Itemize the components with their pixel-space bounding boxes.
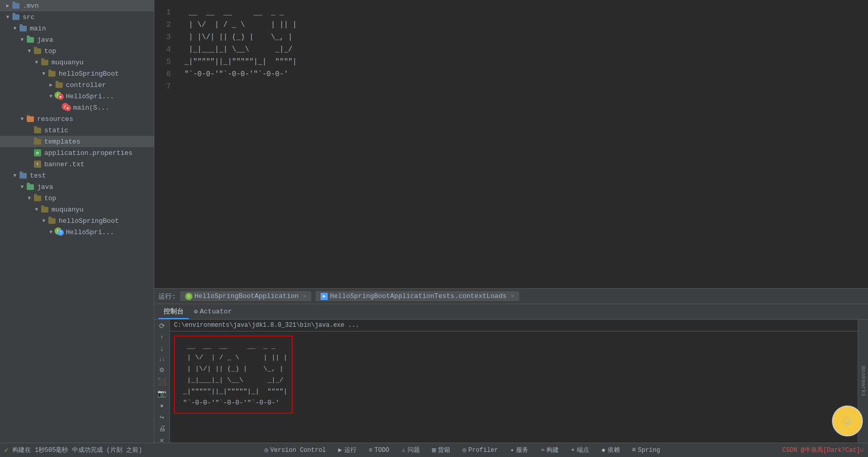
cargo-label: 货箱	[438, 446, 450, 454]
ascii-line-2: | \/ | / _ \ | || |	[179, 352, 288, 363]
sidebar-item-java-main[interactable]: ▼ java	[0, 34, 154, 45]
arrow-src: ▼	[4, 14, 11, 20]
sidebar-item-top-main[interactable]: ▼ top	[0, 45, 154, 57]
status-tab-cargo[interactable]: ▤ 货箱	[426, 443, 456, 458]
folder-icon-java-test	[26, 183, 35, 191]
run-tab-main-close[interactable]: ×	[303, 293, 307, 300]
problems-label: 问题	[408, 446, 420, 454]
tool-star[interactable]: ★	[156, 401, 168, 410]
tool-camera[interactable]: 📷	[156, 389, 168, 398]
status-tabs: ◎ Version Control ▶ 运行 ≡ TODO ⚠ 问题 ▤ 货箱 …	[142, 443, 782, 458]
status-tab-build[interactable]: ≈ 构建	[535, 443, 565, 458]
arrow-muquanyu-main: ▼	[33, 60, 40, 65]
csdn-avatar: ☺	[827, 400, 868, 442]
status-tab-endpoints[interactable]: ⌖ 端点	[565, 443, 595, 458]
command-text: C:\environments\java\jdk1.8.0_321\bin\ja…	[174, 322, 359, 329]
sidebar-item-main[interactable]: ▼ main	[0, 23, 154, 34]
tool-rerun[interactable]: ⟳	[156, 322, 168, 330]
tab-actuator[interactable]: ⚙ Actuator	[189, 306, 237, 318]
endpoints-icon: ⌖	[571, 447, 575, 454]
line-numbers: 1 2 3 4 5 6 7	[154, 5, 175, 283]
status-tab-run[interactable]: ▶ 运行	[332, 443, 362, 458]
arrow-controller: ▶	[47, 82, 55, 88]
sidebar-item-resources[interactable]: ▼ resources	[0, 113, 154, 125]
folder-icon-templates	[33, 137, 42, 146]
problems-icon: ⚠	[402, 446, 405, 454]
panel-tabs: 控制台 ⚙ Actuator	[154, 304, 868, 320]
file-java-icon: S ▶	[62, 103, 71, 112]
tool-close[interactable]: ✕	[156, 436, 168, 443]
sidebar-item-helloSpri[interactable]: ▼ S ▶ HelloSpri...	[0, 91, 154, 102]
folder-icon-top-main	[33, 47, 42, 55]
arrow-top-main: ▼	[26, 48, 33, 54]
arrow-muquanyu-test: ▼	[33, 207, 40, 213]
sidebar-item-top-test[interactable]: ▼ top	[0, 192, 154, 204]
sidebar-item-muquanyu-test[interactable]: ▼ muquanyu	[0, 204, 154, 215]
status-left: ✓ 构建在 1秒505毫秒 中成功完成 (片刻 之前)	[4, 446, 142, 454]
folder-icon-helloSpringBoot-test	[47, 217, 57, 225]
status-tab-services[interactable]: ✦ 服务	[504, 443, 535, 458]
arrow-resources: ▼	[19, 116, 26, 122]
sidebar-item-helloSpri-test[interactable]: ▼ S T HelloSpri...	[0, 226, 154, 238]
sidebar-item-banner-txt[interactable]: t banner.txt	[0, 159, 154, 170]
status-tab-todo[interactable]: ≡ TODO	[363, 443, 396, 458]
version-control-icon: ◎	[264, 446, 268, 454]
tool-scroll-down[interactable]: ↓↓	[156, 356, 168, 362]
code-editor[interactable]: __ __ __ __ _ _ | \/ | / _ \ | || | | |\…	[175, 5, 868, 283]
arrow-mvn: ▶	[4, 3, 11, 9]
folder-icon-top-test	[33, 194, 42, 202]
folder-icon-resources	[26, 115, 35, 123]
ascii-line-3: | |\/| || (_) | \_, |	[179, 363, 288, 375]
sidebar-item-muquanyu-main[interactable]: ▼ muquanyu	[0, 57, 154, 68]
status-tab-spring[interactable]: ⌘ Spring	[626, 443, 666, 458]
tool-print[interactable]: 🖨	[156, 425, 168, 433]
build-status: 构建在 1秒505毫秒 中成功完成 (片刻 之前)	[12, 446, 142, 454]
sidebar-item-app-props[interactable]: application.properties	[0, 147, 154, 159]
console-command: C:\environments\java\jdk1.8.0_321\bin\ja…	[170, 320, 858, 331]
folder-icon-controller	[55, 81, 64, 89]
folder-icon-java-main	[26, 36, 35, 44]
run-tab-test-close[interactable]: ×	[511, 293, 515, 300]
profiler-icon: ◎	[463, 446, 466, 454]
status-tab-deps[interactable]: ◆ 依赖	[595, 443, 626, 458]
file-tree[interactable]: ▶ .mvn ▼ src ▼ main ▼ java ▼	[0, 0, 154, 443]
deps-icon: ◆	[601, 446, 605, 454]
tool-settings[interactable]: ⚙	[156, 365, 168, 374]
tool-up[interactable]: ↑	[156, 333, 168, 342]
arrow-java-test: ▼	[19, 184, 26, 190]
cargo-icon: ▤	[432, 446, 436, 454]
sidebar-item-static[interactable]: static	[0, 125, 154, 136]
folder-icon-mvn	[11, 2, 21, 10]
sidebar-item-helloSpringBoot-test[interactable]: ▼ helloSpringBoot	[0, 215, 154, 226]
status-tab-version-control[interactable]: ◎ Version Control	[258, 443, 332, 458]
tool-stop[interactable]: ⬛	[156, 377, 168, 386]
sidebar-item-src[interactable]: ▼ src	[0, 11, 154, 23]
sidebar-item-test[interactable]: ▼ test	[0, 170, 154, 181]
arrow-test: ▼	[11, 173, 19, 179]
arrow-java-main: ▼	[19, 37, 26, 43]
spring-status-label: Spring	[638, 447, 660, 454]
console-ascii-area[interactable]: __ __ __ __ _ _ | \/ | / _ \ | || | | |\…	[170, 331, 858, 443]
sidebar-item-mainS[interactable]: S ▶ main(S...	[0, 102, 154, 113]
file-spring-test-icon: S T	[55, 228, 64, 236]
run-tab-test[interactable]: ▶ HelloSpringBootApplicationTests.contex…	[315, 291, 519, 301]
build-label: 构建	[546, 446, 559, 454]
status-tab-problems[interactable]: ⚠ 问题	[396, 443, 426, 458]
sidebar-item-java-test[interactable]: ▼ java	[0, 181, 154, 192]
status-right: CSDN @牛泉禹[Dark?Cat]☺	[783, 446, 864, 454]
tab-console[interactable]: 控制台	[158, 305, 189, 319]
sidebar-item-templates[interactable]: templates	[0, 136, 154, 147]
folder-icon-muquanyu-main	[40, 58, 49, 66]
sidebar-item-controller[interactable]: ▶ controller	[0, 79, 154, 91]
folder-icon-helloSpringBoot	[47, 69, 57, 78]
sidebar-item-helloSpringBoot[interactable]: ▼ helloSpringBoot	[0, 68, 154, 79]
profiler-label: Profiler	[468, 447, 498, 454]
run-label: 运行:	[158, 292, 176, 301]
tool-down[interactable]: ↓	[156, 345, 168, 353]
run-tab-main[interactable]: S HelloSpringBootApplication ×	[180, 291, 311, 301]
tool-wrap[interactable]: ↪	[156, 413, 168, 421]
folder-icon-muquanyu-test	[40, 205, 49, 214]
status-tab-profiler[interactable]: ◎ Profiler	[456, 443, 504, 458]
sidebar-item-mvn[interactable]: ▶ .mvn	[0, 0, 154, 11]
services-icon: ✦	[510, 446, 514, 454]
